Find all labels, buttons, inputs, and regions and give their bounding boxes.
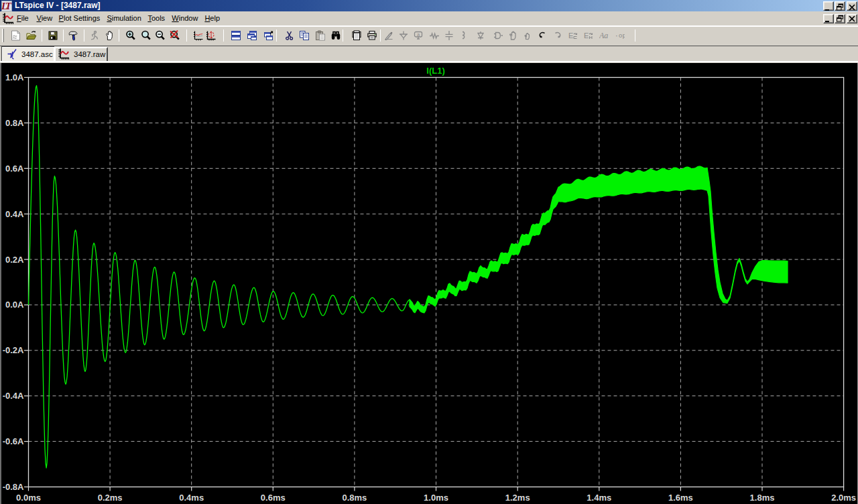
svg-text:0.6A: 0.6A: [5, 164, 24, 174]
svg-text:1.6ms: 1.6ms: [668, 493, 693, 503]
svg-text:·op: ·op: [615, 32, 625, 40]
svg-text:I(L1): I(L1): [426, 66, 444, 76]
svg-text:2.0ms: 2.0ms: [831, 493, 856, 503]
svg-text:0.0A: 0.0A: [5, 300, 24, 310]
svg-text:E: E: [568, 32, 573, 40]
svg-text:0.0ms: 0.0ms: [16, 493, 41, 503]
svg-text:-0.4A: -0.4A: [3, 391, 24, 401]
svg-text:0.8A: 0.8A: [5, 118, 24, 128]
svg-text:E: E: [584, 32, 589, 40]
svg-text:-0.2A: -0.2A: [3, 345, 24, 355]
svg-text:0.4A: 0.4A: [5, 209, 24, 219]
svg-text:-0.8A: -0.8A: [3, 482, 24, 492]
svg-text:0.4ms: 0.4ms: [179, 493, 204, 503]
svg-text:0.8ms: 0.8ms: [342, 493, 367, 503]
svg-text:0.6ms: 0.6ms: [261, 493, 286, 503]
svg-text:1.2ms: 1.2ms: [505, 493, 530, 503]
svg-text:1.0ms: 1.0ms: [424, 493, 448, 503]
svg-text:0.2ms: 0.2ms: [98, 493, 123, 503]
svg-text:1.0A: 1.0A: [5, 72, 24, 82]
svg-text:0.2A: 0.2A: [5, 255, 24, 265]
svg-text:-0.6A: -0.6A: [3, 436, 24, 446]
svg-text:1.8ms: 1.8ms: [750, 493, 775, 503]
svg-text:1.4ms: 1.4ms: [587, 493, 611, 503]
svg-text:Aa: Aa: [599, 31, 608, 40]
